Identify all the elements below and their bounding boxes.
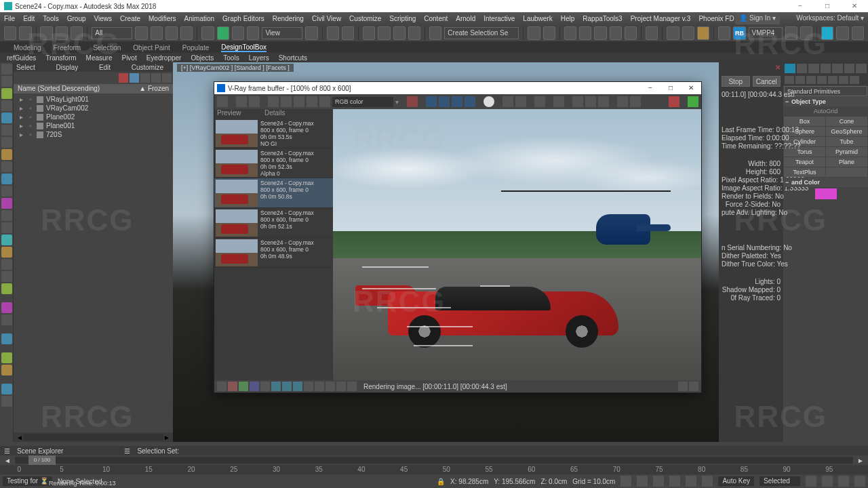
tool-icon[interactable] [1, 365, 12, 375]
next-frame-icon[interactable] [669, 476, 680, 487]
history-item[interactable]: Scene24 - Copy.max800 x 600, frame 00h 0… [214, 119, 333, 148]
category-dropdown[interactable]: Standard Primitives [784, 86, 867, 96]
scene-item[interactable]: ▸▫VRayLight001 [18, 95, 169, 104]
nav-icon[interactable] [806, 476, 816, 487]
nav-icon[interactable] [822, 476, 833, 487]
filter-icon[interactable] [130, 73, 139, 83]
workspace-selector[interactable]: Workspaces: Default ▾ [796, 12, 864, 24]
rect-select-button[interactable] [165, 26, 178, 40]
viewport[interactable]: [+] [VRayCam002 ] [Standard ] [Facets ] … [173, 62, 719, 442]
status-icon[interactable] [336, 382, 346, 391]
stop-button[interactable]: Stop [722, 76, 750, 87]
helpers-icon[interactable] [828, 76, 837, 84]
schematic-button[interactable] [625, 26, 637, 40]
goto-start-icon[interactable] [620, 476, 631, 487]
layer-button[interactable] [564, 26, 576, 40]
goto-end-icon[interactable] [686, 476, 696, 487]
manip-button[interactable] [327, 26, 339, 40]
hierarchy-tab-icon[interactable] [808, 64, 819, 73]
shapes-icon[interactable] [795, 76, 805, 84]
modify-tab-icon[interactable] [797, 64, 808, 73]
tool-icon[interactable] [1, 198, 12, 209]
menu-graph-editors[interactable]: Graph Editors [222, 15, 264, 22]
menu-project-manager-v.3[interactable]: Project Manager v.3 [631, 15, 691, 22]
vfb-minimize[interactable]: − [640, 82, 660, 94]
bind-button[interactable] [71, 26, 83, 40]
tool-icon[interactable] [1, 210, 12, 221]
explorer-button[interactable] [579, 26, 591, 40]
center-button[interactable] [305, 26, 317, 40]
mono-icon[interactable] [484, 96, 494, 107]
expand-icon[interactable] [689, 382, 698, 391]
tool-icon[interactable] [1, 302, 12, 313]
menu-civil-view[interactable]: Civil View [312, 15, 341, 22]
status-icon[interactable] [239, 382, 248, 391]
primitive-cone[interactable]: Cone [826, 117, 867, 126]
autokey-button[interactable]: Auto Key [718, 476, 754, 486]
undo-button[interactable] [4, 26, 16, 40]
cancel-button[interactable]: Cancel [753, 76, 781, 87]
tool-icon[interactable] [1, 283, 12, 294]
toggle-ribbon-button[interactable] [594, 26, 606, 40]
color-swatch[interactable] [815, 188, 837, 199]
primitive-textplus[interactable]: TextPlus [784, 167, 825, 177]
blue-icon[interactable] [465, 96, 475, 107]
tool-icon[interactable] [1, 352, 12, 363]
signin-button[interactable]: 👤 Sign In ▾ [735, 12, 780, 24]
rendered-frame-button[interactable] [682, 26, 694, 40]
plugin6-button[interactable] [836, 26, 848, 40]
link-button[interactable] [40, 26, 52, 40]
object-type-rollout[interactable]: Object Type [783, 97, 868, 106]
scrollbar[interactable] [23, 434, 163, 441]
vfb-tool-icon[interactable] [572, 96, 583, 107]
menu-edit[interactable]: Edit [23, 15, 35, 22]
subtab-layers[interactable]: Layers [249, 54, 269, 62]
vfb-tool-icon[interactable] [515, 96, 526, 107]
vmpp-dropdown[interactable]: VMPP4 [749, 27, 783, 39]
tool-icon[interactable] [1, 247, 12, 258]
menu-help[interactable]: Help [561, 15, 575, 22]
render-icon[interactable] [688, 96, 698, 107]
menu-modifiers[interactable]: Modifiers [149, 15, 176, 22]
tool-icon[interactable] [1, 100, 12, 111]
history-item[interactable]: Scene24 - Copy.max800 x 600, frame 00h 0… [214, 208, 333, 238]
tab-freeform[interactable]: Freeform [54, 44, 81, 52]
percent-snap-button[interactable] [393, 26, 406, 40]
viewport-label[interactable]: [+] [VRayCam002 ] [Standard ] [Facets ] [177, 64, 294, 72]
subtab-shortcuts[interactable]: Shortcuts [279, 54, 307, 62]
menu-customize[interactable]: Customize [349, 15, 381, 22]
tab-selection[interactable]: Selection [93, 44, 121, 52]
stop-icon[interactable] [669, 96, 679, 107]
placement-button[interactable] [247, 26, 259, 40]
mirror-button[interactable] [528, 26, 540, 40]
menu-tools[interactable]: Tools [43, 15, 58, 22]
tool-icon[interactable] [1, 186, 12, 197]
subtab-refguides[interactable]: refGuides [7, 54, 36, 62]
subtab-tools[interactable]: Tools [223, 54, 239, 62]
vfb-tool-icon[interactable] [294, 96, 304, 107]
vfb-tool-icon[interactable] [585, 96, 596, 107]
motion-tab-icon[interactable] [821, 64, 831, 73]
vfb-maximize[interactable]: □ [660, 82, 681, 94]
vfb-close[interactable]: ✕ [681, 82, 701, 94]
tool-icon[interactable] [1, 161, 12, 172]
status-icon[interactable] [217, 382, 226, 391]
status-icon[interactable] [326, 382, 335, 391]
status-icon[interactable] [304, 382, 313, 391]
status-icon[interactable] [678, 382, 688, 391]
menu-rendering[interactable]: Rendering [273, 15, 304, 22]
primitive-pyramid[interactable]: Pyramid [826, 147, 867, 157]
unlink-button[interactable] [56, 26, 68, 40]
tool-icon[interactable] [1, 314, 12, 325]
scene-menu-edit[interactable]: Edit [99, 64, 111, 71]
render-button[interactable] [697, 26, 709, 40]
primitive-plane[interactable]: Plane [826, 157, 867, 167]
spacewarps-icon[interactable] [839, 76, 848, 84]
minimize-button[interactable]: − [787, 0, 814, 12]
history-item[interactable]: Scene24 - Copy.max800 x 600, frame 00h 0… [214, 178, 333, 208]
tool-icon[interactable] [1, 384, 12, 394]
tool-icon[interactable] [1, 259, 12, 270]
status-icon[interactable] [293, 382, 302, 391]
render-output[interactable] [333, 109, 701, 380]
move-button[interactable] [201, 26, 214, 40]
